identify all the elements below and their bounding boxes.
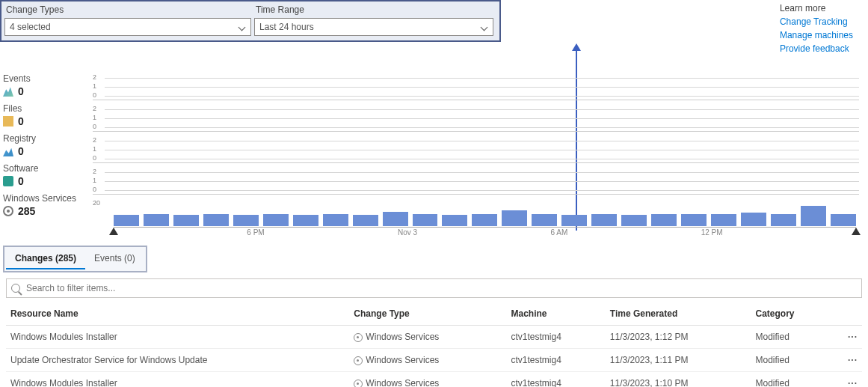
chart-bar[interactable] [383, 212, 408, 227]
sparkline-files: 2 1 0 [93, 105, 859, 132]
tab-events[interactable]: Events (0) [85, 249, 144, 269]
col-category[interactable]: Category [751, 302, 831, 326]
chart-bar[interactable] [801, 206, 826, 226]
stat-registry[interactable]: Registry 0 [3, 133, 93, 157]
chart-bar[interactable] [591, 214, 617, 227]
search-input[interactable] [25, 282, 857, 294]
chevron-down-icon [481, 23, 488, 31]
chart-bar[interactable] [831, 214, 856, 227]
search-icon [11, 284, 20, 293]
time-range-label: Time Range [254, 3, 493, 18]
stat-windows-services[interactable]: Windows Services 285 [3, 193, 93, 217]
chart-bar[interactable] [472, 214, 497, 227]
learn-more-panel: Learn more Change Tracking Manage machin… [780, 0, 868, 55]
stat-software-value: 0 [18, 175, 24, 187]
spark-tick: 2 [93, 73, 96, 81]
main-chart-ytick: 20 [93, 199, 100, 207]
stat-files-value: 0 [18, 115, 24, 127]
main-bar-chart[interactable]: 20 6 PM Nov 3 6 AM 12 PM [93, 199, 859, 237]
chart-bar[interactable] [681, 214, 707, 227]
spark-tick: 0 [93, 91, 96, 99]
table-row[interactable]: Windows Modules InstallerWindows Service… [6, 372, 862, 388]
files-icon [3, 116, 13, 127]
cell-time: 11/3/2023, 1:11 PM [606, 349, 751, 372]
time-range-dropdown[interactable]: Last 24 hours [254, 18, 493, 36]
spark-tick: 0 [93, 123, 96, 130]
results-tabs: Changes (285) Events (0) [3, 246, 147, 272]
sparkline-events: 2 1 0 [93, 73, 859, 100]
stat-events-label: Events [3, 73, 93, 84]
stat-events[interactable]: Events 0 [3, 73, 93, 97]
col-resource[interactable]: Resource Name [6, 302, 349, 326]
spark-tick: 0 [93, 154, 96, 162]
filters-panel: Change Types 4 selected Time Range Last … [0, 0, 501, 42]
chart-bar[interactable] [263, 214, 289, 227]
row-more-button[interactable]: ··· [831, 372, 862, 388]
change-types-dropdown[interactable]: 4 selected [4, 18, 251, 36]
spark-tick: 2 [93, 136, 96, 144]
stat-registry-label: Registry [3, 133, 93, 144]
chart-bar[interactable] [621, 215, 647, 226]
chart-bar[interactable] [323, 214, 348, 227]
spark-tick: 2 [93, 105, 96, 112]
chart-bar[interactable] [233, 215, 259, 226]
stat-software-label: Software [3, 163, 93, 174]
chart-bar[interactable] [502, 210, 527, 226]
cell-type: Windows Services [349, 326, 506, 349]
table-row[interactable]: Update Orchestrator Service for Windows … [6, 349, 862, 372]
cell-machine: ctv1testmig4 [506, 326, 605, 349]
chart-bar[interactable] [442, 215, 467, 226]
services-icon [3, 206, 13, 216]
tab-changes[interactable]: Changes (285) [6, 249, 85, 269]
stat-software[interactable]: Software 0 [3, 163, 93, 187]
chart-bar[interactable] [114, 215, 139, 226]
row-more-button[interactable]: ··· [831, 349, 862, 372]
cell-resource: Windows Modules Installer [6, 326, 349, 349]
link-provide-feedback[interactable]: Provide feedback [780, 42, 853, 55]
registry-icon [3, 146, 13, 156]
stat-services-label: Windows Services [3, 193, 93, 204]
sparkline-software: 2 1 0 [93, 168, 859, 195]
chart-bar[interactable] [293, 215, 318, 226]
stat-events-value: 0 [18, 85, 24, 97]
chart-bar[interactable] [203, 214, 229, 227]
events-icon [3, 86, 13, 97]
link-manage-machines[interactable]: Manage machines [780, 28, 853, 42]
col-machine[interactable]: Machine [506, 302, 605, 326]
chart-bar[interactable] [741, 213, 766, 226]
cell-type: Windows Services [349, 372, 506, 388]
stat-files[interactable]: Files 0 [3, 103, 93, 127]
col-time[interactable]: Time Generated [606, 302, 751, 326]
cell-resource: Windows Modules Installer [6, 372, 349, 388]
x-tick: Nov 3 [398, 228, 417, 237]
chart-bar[interactable] [532, 214, 557, 227]
spark-tick: 2 [93, 168, 96, 175]
cell-category: Modified [751, 372, 831, 388]
cell-resource: Update Orchestrator Service for Windows … [6, 349, 349, 372]
chart-bar[interactable] [353, 215, 378, 226]
chart-bar[interactable] [771, 214, 796, 227]
chart-bar[interactable] [651, 214, 677, 227]
search-bar[interactable] [6, 278, 862, 298]
spark-tick: 1 [93, 114, 96, 121]
cell-time: 11/3/2023, 1:10 PM [606, 372, 751, 388]
chart-bar[interactable] [413, 214, 438, 227]
time-range-value: Last 24 hours [259, 22, 314, 32]
stats-panel: Events 0 Files 0 Registry 0 Software 0 W… [3, 73, 93, 237]
changes-table: Resource Name Change Type Machine Time G… [6, 302, 862, 387]
chart-bar[interactable] [561, 215, 587, 226]
table-row[interactable]: Windows Modules InstallerWindows Service… [6, 326, 862, 349]
chart-bar[interactable] [711, 214, 736, 227]
stat-registry-value: 0 [18, 145, 24, 157]
link-change-tracking[interactable]: Change Tracking [780, 15, 853, 28]
cell-type: Windows Services [349, 349, 506, 372]
cell-category: Modified [751, 349, 831, 372]
services-icon [354, 333, 363, 342]
row-more-button[interactable]: ··· [831, 326, 862, 349]
chart-bar[interactable] [173, 215, 199, 226]
change-types-value: 4 selected [10, 22, 51, 32]
learn-more-header: Learn more [780, 3, 853, 13]
col-type[interactable]: Change Type [349, 302, 506, 326]
cell-time: 11/3/2023, 1:12 PM [606, 326, 751, 349]
chart-bar[interactable] [144, 214, 169, 227]
